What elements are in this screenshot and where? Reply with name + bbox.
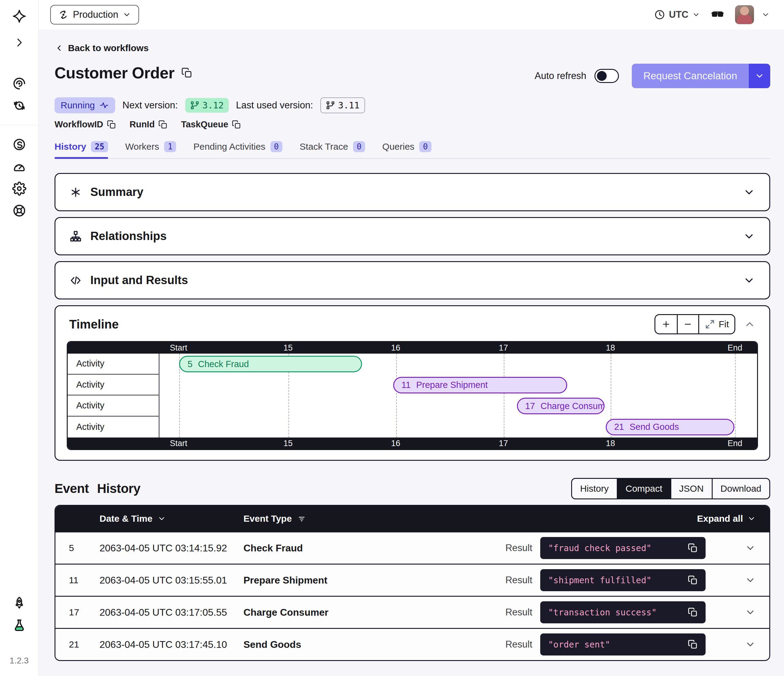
timezone-selector[interactable]: UTC xyxy=(654,9,700,20)
axis-tick-label: 18 xyxy=(606,343,615,353)
timeline-bar-charge-consumer[interactable]: 17Charge Consumer xyxy=(517,398,605,414)
pulse-icon xyxy=(99,100,109,110)
view-json[interactable]: JSON xyxy=(670,479,712,499)
datetime-column-header[interactable]: Date & Time xyxy=(100,513,243,524)
event-type: Send Goods xyxy=(243,639,505,650)
event-rows: 5 2063-04-05 UTC 03:14:15.92 Check Fraud… xyxy=(55,531,769,660)
view-compact[interactable]: Compact xyxy=(617,479,670,499)
axis-tick-label: 17 xyxy=(499,343,508,353)
bar-event-id: 21 xyxy=(614,422,624,432)
title-row: Customer Order Auto refresh Request Canc… xyxy=(54,64,770,88)
tab-stack-trace[interactable]: Stack Trace0 xyxy=(300,141,365,158)
timeline-header: Timeline Fit xyxy=(67,314,758,341)
timeline-row-label: Activity xyxy=(68,375,159,396)
result-value: "fraud check passed" xyxy=(548,543,652,553)
chevron-down-icon xyxy=(743,274,755,287)
copy-workflowid-chip[interactable]: WorkflowID xyxy=(54,120,116,129)
auto-refresh-toggle[interactable] xyxy=(594,69,619,83)
chevron-down-icon xyxy=(747,514,756,523)
tab-workers[interactable]: Workers1 xyxy=(125,141,176,158)
workflows-icon[interactable] xyxy=(12,76,26,91)
view-download[interactable]: Download xyxy=(712,479,769,499)
timeline-row-labels: ActivityActivityActivityActivity xyxy=(68,354,160,438)
copy-result-icon[interactable] xyxy=(688,575,698,585)
timeline-panel: Timeline Fit xyxy=(54,305,770,461)
namespace-selector[interactable]: Production xyxy=(50,5,139,25)
copy-runid-chip[interactable]: RunId xyxy=(129,120,168,129)
schedules-icon[interactable] xyxy=(12,99,26,113)
event-type: Charge Consumer xyxy=(243,607,505,618)
zoom-in-button[interactable] xyxy=(655,315,677,333)
timeline-bar-prepare-shipment[interactable]: 11Prepare Shipment xyxy=(393,377,567,393)
axis-tick-label: End xyxy=(728,343,742,353)
event-row[interactable]: 17 2063-04-05 UTC 03:17:05.55 Charge Con… xyxy=(55,596,769,628)
page-title: Customer Order xyxy=(54,64,174,82)
copy-result-icon[interactable] xyxy=(688,543,698,553)
accordion-summary[interactable]: Summary xyxy=(54,173,770,211)
copy-icon xyxy=(232,120,241,129)
flask-icon[interactable] xyxy=(12,619,26,632)
app-root: 1.2.3 Production UTC xyxy=(0,0,784,676)
sidebar-bottom-group: 1.2.3 xyxy=(9,596,28,665)
copy-taskqueue-chip[interactable]: TaskQueue xyxy=(181,120,241,129)
tab-queries[interactable]: Queries0 xyxy=(382,141,431,158)
toggle-knob xyxy=(597,71,607,81)
sidebar-divider xyxy=(0,125,39,125)
event-row[interactable]: 21 2063-04-05 UTC 03:17:45.10 Send Goods… xyxy=(55,628,769,660)
event-datetime: 2063-04-05 UTC 03:14:15.92 xyxy=(100,542,243,554)
expand-all-button[interactable]: Expand all xyxy=(697,513,756,524)
avatar[interactable] xyxy=(735,5,754,24)
result-value: "transaction success" xyxy=(548,608,656,617)
timeline-chart: Start15161718End ActivityActivityActivit… xyxy=(67,341,758,450)
support-icon[interactable] xyxy=(12,204,26,218)
filter-icon xyxy=(297,514,306,523)
expand-sidebar-icon[interactable] xyxy=(14,37,25,48)
tab-label: Workers xyxy=(125,141,159,152)
copy-icon xyxy=(158,120,168,129)
usage-icon[interactable] xyxy=(12,160,26,174)
expand-row-icon[interactable] xyxy=(745,575,756,586)
tab-count-badge: 0 xyxy=(271,141,283,152)
back-to-workflows-link[interactable]: Back to workflows xyxy=(54,43,149,53)
timeline-bar-send-goods[interactable]: 21Send Goods xyxy=(606,419,734,435)
expand-row-icon[interactable] xyxy=(745,607,756,618)
settings-icon[interactable] xyxy=(12,182,26,196)
event-row[interactable]: 11 2063-04-05 UTC 03:15:55.01 Prepare Sh… xyxy=(55,564,769,596)
collapse-timeline-icon[interactable] xyxy=(744,319,756,330)
accordion-input-and-results[interactable]: Input and Results xyxy=(54,261,770,300)
tab-count-badge: 0 xyxy=(353,141,366,152)
event-type-column-label: Event Type xyxy=(243,513,292,524)
copy-result-icon[interactable] xyxy=(688,608,698,617)
request-cancelation-label[interactable]: Request Cancelation xyxy=(632,64,749,88)
expand-row-icon[interactable] xyxy=(745,639,756,650)
copy-title-icon[interactable] xyxy=(181,67,192,78)
expand-row-icon[interactable] xyxy=(745,542,756,553)
event-row[interactable]: 5 2063-04-05 UTC 03:14:15.92 Check Fraud… xyxy=(55,531,769,564)
accordion-relationships[interactable]: Relationships xyxy=(54,217,770,255)
rocket-icon[interactable] xyxy=(12,596,26,610)
labs-glasses-icon[interactable] xyxy=(711,8,725,22)
id-chip-label: RunId xyxy=(129,120,155,129)
request-cancelation-button[interactable]: Request Cancelation xyxy=(632,64,770,88)
last-used-version-value: 3.11 xyxy=(338,100,359,110)
event-history-title: Event History xyxy=(54,481,140,496)
sidebar-lower-group xyxy=(12,137,26,218)
fit-button[interactable]: Fit xyxy=(698,315,734,333)
account-menu-chevron-icon[interactable] xyxy=(761,11,770,19)
temporal-logo-icon[interactable] xyxy=(12,9,26,23)
tab-pending-activities[interactable]: Pending Activities0 xyxy=(193,141,282,158)
tab-history[interactable]: History25 xyxy=(54,141,108,158)
namespace-icon xyxy=(58,9,68,20)
view-history[interactable]: History xyxy=(572,479,616,499)
timeline-bar-check-fraud[interactable]: 5Check Fraud xyxy=(179,356,362,372)
event-type-column-header[interactable]: Event Type xyxy=(243,513,697,524)
copy-result-icon[interactable] xyxy=(688,640,698,650)
relationships-icon xyxy=(70,230,82,242)
nexus-icon[interactable] xyxy=(12,137,26,152)
cancelation-menu-button[interactable] xyxy=(749,64,770,88)
status-label: Running xyxy=(61,100,95,110)
zoom-out-button[interactable] xyxy=(677,315,698,333)
page-title-wrap: Customer Order xyxy=(54,64,192,82)
clock-icon xyxy=(654,9,665,20)
axis-tick-label: End xyxy=(728,439,742,448)
